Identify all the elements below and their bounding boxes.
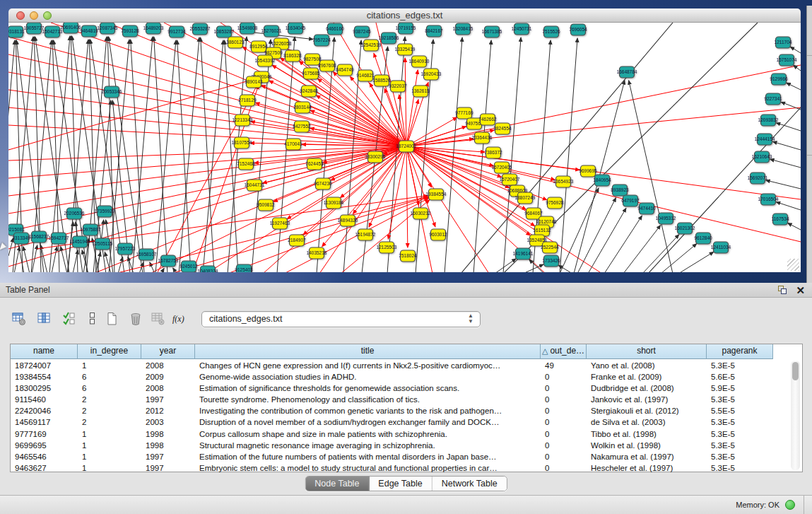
graph-node[interactable]: 7462662 xyxy=(478,114,497,125)
graph-node[interactable]: 15194872 xyxy=(355,229,376,240)
graph-node[interactable]: 15692071 xyxy=(748,173,768,184)
table-cell-name[interactable]: 14569117 xyxy=(11,416,78,428)
vertical-scrollbar[interactable] xyxy=(791,361,800,470)
table-row[interactable]: 2242004622012Investigating the contribut… xyxy=(11,405,791,416)
graph-node[interactable]: 12411034 xyxy=(711,242,731,253)
graph-node[interactable]: 13325419 xyxy=(395,44,416,55)
table-row[interactable]: 946554611997Estimation of the future num… xyxy=(11,451,791,462)
graph-node[interactable]: 18300295 xyxy=(365,151,386,163)
table-cell-year[interactable]: 1998 xyxy=(141,440,195,451)
graph-node[interactable]: 4170041 xyxy=(284,139,302,150)
table-cell-name[interactable]: 18300295 xyxy=(11,382,78,394)
table-cell-in_degree[interactable]: 1 xyxy=(78,440,141,451)
table-cell-pagerank[interactable]: 5.3E-5 xyxy=(707,416,773,428)
graph-node[interactable]: 10495312 xyxy=(656,213,676,224)
graph-node[interactable]: 2967608 xyxy=(318,60,336,71)
graph-node[interactable]: 7518024 xyxy=(399,250,417,262)
table-cell-title[interactable]: Disruption of a novel member of a sodium… xyxy=(195,416,541,428)
table-cell-short[interactable]: Franke et al. (2009) xyxy=(587,371,707,382)
graph-node[interactable]: 16958107 xyxy=(136,249,157,260)
table-cell-title[interactable]: Corpus callosum shape and size in male p… xyxy=(195,428,541,440)
graph-node[interactable]: 13654923 xyxy=(553,176,574,187)
graph-node[interactable]: 7152468 xyxy=(237,158,255,170)
graph-node[interactable]: 8186328 xyxy=(283,50,302,62)
graph-node[interactable]: 2803144 xyxy=(293,102,312,113)
graph-node[interactable]: 11568237 xyxy=(29,231,49,243)
graph-node[interactable]: 19218586 xyxy=(379,33,399,44)
graph-node[interactable]: 9175685 xyxy=(302,68,320,79)
table-settings-icon[interactable] xyxy=(10,310,28,328)
network-canvas[interactable]: 9318131190557271504271320691406946481912… xyxy=(8,23,801,272)
graph-node[interactable]: 7624453 xyxy=(305,158,324,170)
delete-table-icon[interactable] xyxy=(149,310,167,328)
table-cell-year[interactable]: 2012 xyxy=(141,405,195,416)
graph-node[interactable]: 8842167 xyxy=(425,25,443,37)
table-cell-out_degree[interactable]: 0 xyxy=(541,371,587,382)
graph-node[interactable]: 3824554 xyxy=(493,123,512,134)
graph-node[interactable]: 9509812 xyxy=(257,199,275,211)
table-cell-short[interactable]: Stergiakouli et al. (2012) xyxy=(587,405,707,416)
graph-node[interactable]: 12125503 xyxy=(377,242,397,253)
table-cell-out_degree[interactable]: 0 xyxy=(541,394,587,405)
graph-node[interactable]: 9242848 xyxy=(300,86,318,97)
graph-node[interactable]: 10719155 xyxy=(396,23,416,34)
graph-node[interactable]: 18724007 xyxy=(396,141,417,152)
graph-node[interactable]: 2522544 xyxy=(541,242,559,253)
table-cell-pagerank[interactable]: 5.3E-5 xyxy=(707,360,773,371)
table-cell-pagerank[interactable]: 5.3E-5 xyxy=(707,451,773,462)
table-cell-pagerank[interactable]: 5.3E-5 xyxy=(707,440,773,451)
graph-node[interactable]: 12505115 xyxy=(93,238,113,250)
column-header-year[interactable]: year xyxy=(141,344,195,359)
graph-node[interactable]: 19384554 xyxy=(426,189,447,200)
graph-node[interactable]: 9777169 xyxy=(455,107,473,119)
table-cell-out_degree[interactable]: 0 xyxy=(541,462,587,474)
table-cell-short[interactable]: Nakamura et al. (1997) xyxy=(587,451,707,462)
table-cell-name[interactable]: 18724007 xyxy=(11,360,78,371)
window-minimize-button[interactable] xyxy=(30,11,38,20)
graph-node[interactable]: 20053346 xyxy=(102,86,122,98)
table-cell-pagerank[interactable]: 5.3E-5 xyxy=(707,394,773,405)
table-cell-title[interactable]: Genome-wide association studies in ADHD. xyxy=(195,371,541,382)
graph-node[interactable]: 14035218 xyxy=(307,247,327,259)
table-cell-in_degree[interactable]: 1 xyxy=(78,428,141,440)
close-panel-icon[interactable]: ✕ xyxy=(796,284,805,297)
graph-node[interactable]: 23364436 xyxy=(472,132,493,144)
table-cell-in_degree[interactable]: 2 xyxy=(78,416,141,428)
table-cell-short[interactable]: Dudbridge et al. (2008) xyxy=(587,382,707,394)
graph-node[interactable]: 1588520 xyxy=(372,75,391,86)
graph-node[interactable]: 9322037 xyxy=(389,81,407,92)
graph-node[interactable]: 7957224 xyxy=(312,35,331,46)
graph-node[interactable]: 8427552 xyxy=(293,121,311,132)
table-cell-pagerank[interactable]: 5.3E-5 xyxy=(707,462,773,474)
table-cell-title[interactable]: Investigating the contribution of common… xyxy=(195,405,541,416)
tab-edge-table[interactable]: Edge Table xyxy=(369,477,432,491)
graph-node[interactable]: 16030212 xyxy=(411,208,431,219)
table-cell-title[interactable]: Estimation of significance thresholds fo… xyxy=(195,382,541,394)
select-columns-icon[interactable] xyxy=(35,310,54,328)
graph-node[interactable]: 6479197 xyxy=(621,195,640,206)
table-cell-pagerank[interactable]: 5.6E-5 xyxy=(707,371,773,382)
table-cell-out_degree[interactable]: 0 xyxy=(541,451,587,462)
graph-node[interactable]: 20691406 xyxy=(61,23,81,33)
table-cell-in_degree[interactable]: 1 xyxy=(78,360,141,371)
float-panel-icon[interactable] xyxy=(778,286,788,295)
graph-node[interactable]: 7515526 xyxy=(542,26,560,37)
graph-node[interactable]: 9146821 xyxy=(356,70,375,81)
graph-node[interactable]: 18107554 xyxy=(232,137,252,148)
graph-node[interactable]: 9699695 xyxy=(579,165,597,177)
table-cell-out_degree[interactable]: 0 xyxy=(541,382,587,394)
graph-node[interactable]: 1840954 xyxy=(593,175,611,186)
new-column-icon[interactable] xyxy=(103,310,122,328)
table-cell-out_degree[interactable]: 0 xyxy=(541,440,587,451)
graph-node[interactable]: 16044731 xyxy=(245,180,265,191)
table-cell-name[interactable]: 19384554 xyxy=(11,371,78,382)
network-graph[interactable]: 9318131190557271504271320691406946481912… xyxy=(8,23,801,272)
table-row[interactable]: 1456911722003Disruption of a novel membe… xyxy=(11,416,791,428)
table-cell-name[interactable]: 9699695 xyxy=(11,440,78,451)
graph-node[interactable]: 1733426 xyxy=(542,255,560,267)
table-row[interactable]: 911546021997Tourette syndrome. Phenomeno… xyxy=(11,394,791,405)
table-cell-out_degree[interactable]: 0 xyxy=(541,416,587,428)
graph-node[interactable]: 15942737 xyxy=(49,233,69,244)
graph-node[interactable]: 16720405 xyxy=(492,162,512,173)
graph-node[interactable]: 12087345 xyxy=(98,23,118,34)
